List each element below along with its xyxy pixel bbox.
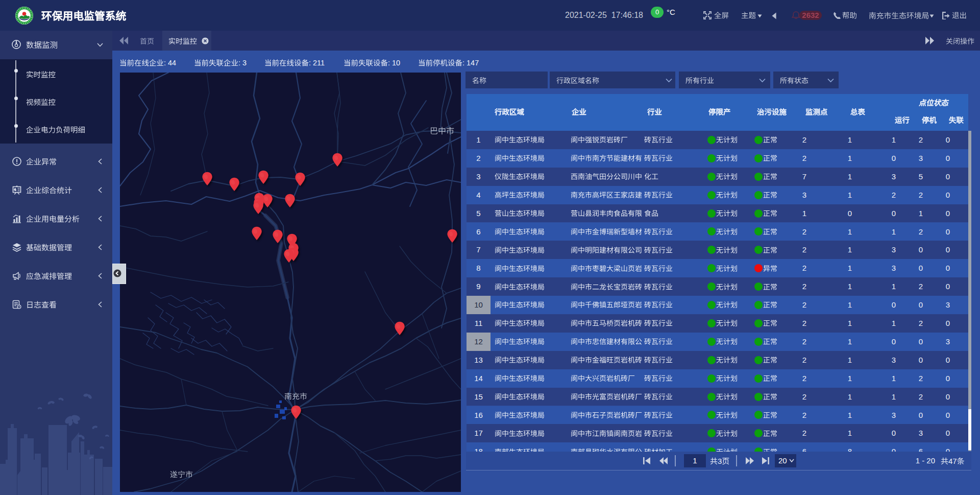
svg-text:: 3: : 3 bbox=[238, 59, 247, 67]
svg-text:: 10: : 10 bbox=[388, 59, 400, 67]
svg-text:3: 3 bbox=[718, 457, 722, 465]
svg-text:: 147: : 147 bbox=[462, 59, 479, 67]
svg-text:47: 47 bbox=[948, 457, 957, 465]
svg-text:: 211: : 211 bbox=[309, 59, 325, 67]
svg-text:: 44: : 44 bbox=[164, 59, 176, 67]
